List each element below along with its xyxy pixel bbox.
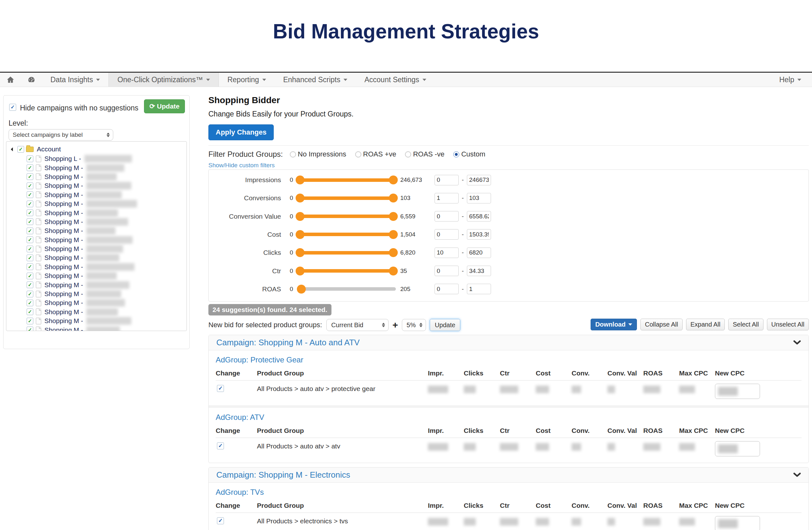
filter-radio-custom[interactable]: Custom bbox=[453, 150, 485, 158]
nav-item-data-insights[interactable]: Data Insights bbox=[42, 73, 108, 87]
slider-track[interactable] bbox=[298, 178, 396, 182]
tree-item[interactable]: ✓ Shopping M - bbox=[6, 226, 187, 235]
slider-handle-max[interactable] bbox=[389, 212, 398, 221]
select-all-button[interactable]: Select All bbox=[728, 319, 763, 330]
tree-item-checkbox[interactable]: ✓ bbox=[27, 309, 33, 315]
tree-item[interactable]: ✓ Shopping M - bbox=[6, 163, 187, 172]
chevron-down-icon[interactable] bbox=[793, 473, 801, 477]
tree-item[interactable]: ✓ Shopping M - bbox=[6, 289, 187, 298]
tree-item-checkbox[interactable]: ✓ bbox=[27, 282, 33, 288]
tree-item[interactable]: ✓ Shopping M - bbox=[6, 190, 187, 199]
slider-handle-min[interactable] bbox=[295, 230, 304, 239]
collapse-all-button[interactable]: Collapse All bbox=[640, 319, 683, 330]
row-change-checkbox[interactable]: ✓ bbox=[217, 385, 224, 392]
filter-max-input[interactable] bbox=[467, 211, 491, 221]
apply-changes-button[interactable]: Apply Changes bbox=[208, 125, 274, 140]
tree-item-checkbox[interactable]: ✓ bbox=[27, 318, 33, 324]
adgroup-title[interactable]: AdGroup: ATV bbox=[216, 413, 264, 422]
nav-item-help[interactable]: Help bbox=[771, 73, 812, 87]
tree-item[interactable]: ✓ Shopping M - bbox=[6, 208, 187, 217]
tree-item-checkbox[interactable]: ✓ bbox=[27, 156, 33, 162]
slider-handle-max[interactable] bbox=[389, 248, 398, 257]
tree-item[interactable]: ✓ Shopping M - bbox=[6, 298, 187, 307]
slider-track[interactable] bbox=[298, 269, 396, 273]
tree-root-checkbox[interactable]: ✓ bbox=[17, 146, 24, 153]
filter-min-input[interactable] bbox=[435, 266, 459, 276]
slider-handle-min[interactable] bbox=[295, 212, 304, 221]
tree-collapse-icon[interactable] bbox=[11, 147, 15, 152]
tree-item[interactable]: ✓ Shopping M - bbox=[6, 280, 187, 289]
dashboard-gauge-icon[interactable] bbox=[21, 73, 42, 87]
nav-item-enhanced-scripts[interactable]: Enhanced Scripts bbox=[275, 73, 356, 87]
campaign-header[interactable]: Campaign: Shopping M - Electronics bbox=[209, 468, 809, 483]
show-hide-custom-filters-link[interactable]: Show/Hide custom filters bbox=[208, 162, 275, 169]
tree-item[interactable]: ✓ Shopping M - bbox=[6, 244, 187, 253]
tree-item[interactable]: ✓ Shopping L - bbox=[6, 154, 187, 163]
adgroup-title[interactable]: AdGroup: Protective Gear bbox=[216, 356, 303, 364]
slider-track[interactable] bbox=[298, 233, 396, 236]
bid-percent-select[interactable]: 5% bbox=[402, 319, 426, 331]
tree-item-checkbox[interactable]: ✓ bbox=[27, 210, 33, 216]
filter-max-input[interactable] bbox=[467, 229, 491, 240]
level-select[interactable]: Select campaigns by label bbox=[9, 129, 113, 141]
tree-item[interactable]: ✓ Shopping M - bbox=[6, 307, 187, 316]
tree-item[interactable]: ✓ Shopping M - bbox=[6, 325, 187, 331]
chevron-down-icon[interactable] bbox=[793, 340, 801, 345]
slider-handle-max[interactable] bbox=[389, 194, 398, 202]
tree-item[interactable]: ✓ Shopping M - bbox=[6, 199, 187, 208]
tree-item-checkbox[interactable]: ✓ bbox=[27, 191, 33, 198]
filter-max-input[interactable] bbox=[467, 247, 491, 258]
nav-item-account-settings[interactable]: Account Settings bbox=[356, 73, 435, 87]
filter-max-input[interactable] bbox=[467, 284, 491, 294]
nav-item-reporting[interactable]: Reporting bbox=[219, 73, 275, 87]
slider-handle[interactable] bbox=[297, 285, 306, 293]
new-cpc-input[interactable] bbox=[715, 441, 760, 456]
tree-item[interactable]: ✓ Shopping M - bbox=[6, 172, 187, 181]
expand-all-button[interactable]: Expand All bbox=[686, 319, 725, 330]
tree-item-checkbox[interactable]: ✓ bbox=[27, 273, 33, 279]
slider-handle-min[interactable] bbox=[295, 194, 304, 202]
tree-item[interactable]: ✓ Shopping M - bbox=[6, 316, 187, 325]
tree-item-checkbox[interactable]: ✓ bbox=[27, 218, 33, 225]
slider-track[interactable] bbox=[298, 251, 396, 255]
unselect-all-button[interactable]: Unselect All bbox=[767, 319, 809, 330]
row-change-checkbox[interactable]: ✓ bbox=[217, 442, 224, 449]
filter-min-input[interactable] bbox=[435, 211, 459, 221]
tree-item[interactable]: ✓ Shopping M - bbox=[6, 253, 187, 262]
tree-item[interactable]: ✓ Shopping M - bbox=[6, 217, 187, 226]
filter-max-input[interactable] bbox=[467, 266, 491, 276]
new-cpc-input[interactable] bbox=[715, 516, 760, 530]
slider-handle-max[interactable] bbox=[389, 230, 398, 239]
tree-item[interactable]: ✓ Shopping M - bbox=[6, 262, 187, 271]
filter-max-input[interactable] bbox=[467, 193, 491, 203]
sidebar-update-button[interactable]: ⟳ Update bbox=[144, 99, 185, 113]
tree-item-checkbox[interactable]: ✓ bbox=[27, 201, 33, 207]
slider-track[interactable] bbox=[298, 215, 396, 218]
nav-item-one-click-optimizations[interactable]: One-Click Optimizations™ bbox=[108, 73, 219, 87]
bid-basis-select[interactable]: Current Bid bbox=[327, 319, 389, 331]
tree-item[interactable]: ✓ Shopping M - bbox=[6, 271, 187, 280]
slider-track[interactable] bbox=[298, 197, 396, 200]
bid-update-button[interactable]: Update bbox=[430, 319, 461, 331]
filter-min-input[interactable] bbox=[435, 284, 459, 294]
filter-min-input[interactable] bbox=[435, 193, 459, 203]
tree-item-checkbox[interactable]: ✓ bbox=[27, 327, 33, 331]
tree-item[interactable]: ✓ Shopping M - bbox=[6, 235, 187, 244]
hide-campaigns-checkbox[interactable]: ✓ bbox=[9, 104, 16, 111]
filter-min-input[interactable] bbox=[435, 175, 459, 185]
filter-min-input[interactable] bbox=[435, 247, 459, 258]
slider-handle-max[interactable] bbox=[389, 267, 398, 275]
slider-handle-min[interactable] bbox=[295, 267, 304, 275]
row-change-checkbox[interactable]: ✓ bbox=[217, 517, 224, 524]
tree-item-checkbox[interactable]: ✓ bbox=[27, 237, 33, 243]
tree-item-checkbox[interactable]: ✓ bbox=[27, 173, 33, 180]
slider-handle-min[interactable] bbox=[295, 175, 304, 184]
filter-min-input[interactable] bbox=[435, 229, 459, 240]
tree-item-checkbox[interactable]: ✓ bbox=[27, 183, 33, 189]
tree-item-checkbox[interactable]: ✓ bbox=[27, 164, 33, 171]
tree-item-checkbox[interactable]: ✓ bbox=[27, 291, 33, 297]
adgroup-title[interactable]: AdGroup: TVs bbox=[216, 488, 264, 497]
filter-radio-roas-ve[interactable]: ROAS -ve bbox=[405, 150, 444, 158]
download-button[interactable]: Download bbox=[591, 319, 637, 330]
home-icon[interactable] bbox=[0, 73, 21, 87]
